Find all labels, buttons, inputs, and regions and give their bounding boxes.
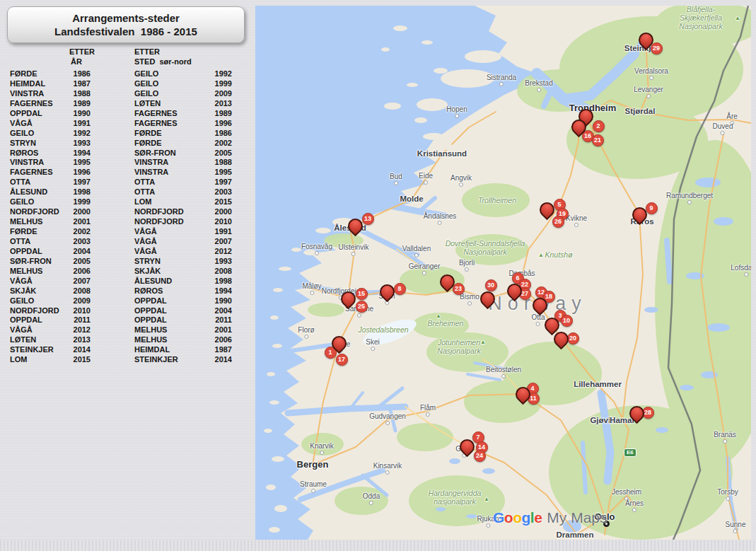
table-row: OTTA 2003 [10, 236, 91, 246]
place-cell: SØR-FRON [134, 148, 208, 158]
place-cell: STEINKJER [134, 354, 208, 364]
year-cell: 2010 [66, 306, 91, 315]
table-row: NORDFJORD 2000 [134, 207, 232, 216]
place-cell: NORDFJORD [10, 207, 66, 216]
place-cell: LOM [134, 197, 208, 207]
year-cell: 2004 [66, 246, 91, 256]
place-cell: OTTA [134, 177, 208, 187]
page-title-line1: Arrangements-steder [8, 11, 244, 25]
table-row: OPPDAL 1990 [10, 108, 91, 118]
year-cell: 1989 [66, 98, 91, 108]
marker-number-badge[interactable]: 26 [552, 216, 564, 228]
table-row: NORDFJORD 2000 [10, 207, 91, 216]
place-cell: VINSTRA [134, 167, 208, 177]
table-row: SØR-FRON 2005 [134, 148, 232, 158]
place-cell: MELHUS [134, 335, 208, 344]
year-cell: 2015 [66, 354, 91, 364]
marker-number-badge[interactable]: 25 [356, 301, 368, 313]
table-row: FAGERNES 1996 [134, 118, 232, 128]
place-cell: STEINKJER [10, 344, 66, 354]
table-row: RØROS 1994 [134, 286, 232, 296]
table-row: FØRDE 1986 [10, 69, 91, 79]
year-cell: 2000 [66, 207, 91, 216]
table-row: LOM 2015 [134, 197, 232, 207]
place-cell: VÅGÅ [10, 325, 66, 335]
table-row: OPPDAL 1990 [134, 296, 232, 306]
table-row: ÅLESUND 1998 [134, 276, 232, 286]
marker-number-badge[interactable]: 8 [394, 283, 406, 295]
year-cell: 1986 [208, 128, 232, 138]
year-cell: 2014 [66, 344, 91, 354]
place-cell: VINSTRA [10, 88, 66, 98]
place-cell: VÅGÅ [10, 276, 66, 286]
table-row: OTTA 1997 [134, 177, 232, 187]
e6-road-shield: E6 [624, 448, 636, 457]
place-cell: FAGERNES [10, 98, 66, 108]
year-cell: 1994 [208, 286, 232, 296]
place-cell: FØRDE [10, 69, 66, 79]
year-cell: 2002 [208, 138, 232, 148]
year-cell: 2003 [66, 236, 91, 246]
google-logo-letter: o [513, 509, 521, 526]
year-cell: 2009 [66, 296, 91, 306]
year-cell: 2011 [66, 315, 91, 325]
marker-number-badge[interactable]: 13 [362, 213, 374, 225]
marker-number-badge[interactable]: 10 [561, 315, 573, 327]
table-row: OPPDAL 2004 [10, 246, 91, 256]
place-cell: SKJÅK [10, 286, 66, 296]
year-cell: 1988 [66, 88, 91, 98]
google-logo-letter: o [504, 509, 513, 526]
year-cell: 2012 [208, 246, 232, 256]
year-cell: 1994 [66, 148, 91, 158]
column-by-year: FØRDE 1986 HEIMDAL 1987 VINSTRA 1988 FAG… [10, 69, 91, 364]
header-by-year-2: ÅR [71, 57, 82, 66]
place-cell: FØRDE [134, 128, 208, 138]
place-cell: FØRDE [10, 226, 66, 236]
table-row: STEINKJER 2014 [10, 344, 91, 354]
place-cell: RØROS [10, 148, 66, 158]
marker-number-badge[interactable]: 2 [593, 120, 605, 132]
header-by-place-1: ETTER [134, 47, 160, 56]
google-logo-letter: G [493, 509, 504, 526]
table-row: MELHUS 2001 [10, 216, 91, 226]
year-cell: 2002 [66, 226, 91, 236]
place-cell: VÅGÅ [10, 118, 66, 128]
marker-number-badge[interactable]: 30 [485, 279, 497, 291]
page-title-line2: Landsfestivalen 1986 - 2015 [8, 25, 244, 38]
year-cell: 1992 [208, 69, 232, 79]
place-cell: VÅGÅ [134, 246, 208, 256]
table-row: OPPDAL 2011 [10, 315, 91, 325]
year-cell: 2001 [208, 325, 232, 335]
place-cell: OTTA [134, 187, 208, 197]
year-cell: 1990 [66, 108, 91, 118]
table-row: FAGERNES 1996 [10, 167, 91, 177]
table-row: LOM 2015 [10, 354, 91, 364]
place-cell: MELHUS [134, 325, 208, 335]
year-cell: 2014 [208, 354, 232, 364]
table-row: VINSTRA 1995 [134, 167, 232, 177]
map-artwork [255, 6, 751, 540]
table-row: GEILO 1999 [134, 79, 232, 88]
marker-number-badge[interactable]: 21 [592, 134, 604, 146]
place-cell: FAGERNES [134, 108, 208, 118]
place-cell: RØROS [134, 286, 208, 296]
year-cell: 1996 [66, 167, 91, 177]
year-cell: 2015 [208, 197, 232, 207]
table-row: SØR-FRON 2005 [10, 256, 91, 266]
marker-number-badge[interactable]: 24 [474, 450, 486, 462]
place-cell: STRYN [10, 138, 66, 148]
table-row: VÅGÅ 2012 [134, 246, 232, 256]
marker-number-badge[interactable]: 17 [336, 354, 348, 366]
place-cell: ÅLESUND [134, 276, 208, 286]
marker-number-badge[interactable]: 15 [356, 288, 368, 300]
place-cell: GEILO [10, 128, 66, 138]
header-by-year-1: ETTER [69, 47, 95, 56]
table-row: LØTEN 2013 [10, 335, 91, 344]
table-row: VÅGÅ 2012 [10, 325, 91, 335]
map-canvas[interactable]: SistrandaBrekstadHopenTrondheimStjørdalL… [255, 6, 751, 540]
google-logo-letter: g [522, 509, 530, 526]
table-row: NORDFJORD 2010 [10, 306, 91, 315]
year-cell: 2001 [66, 216, 91, 226]
year-cell: 2006 [208, 335, 232, 344]
year-cell: 1986 [66, 69, 91, 79]
